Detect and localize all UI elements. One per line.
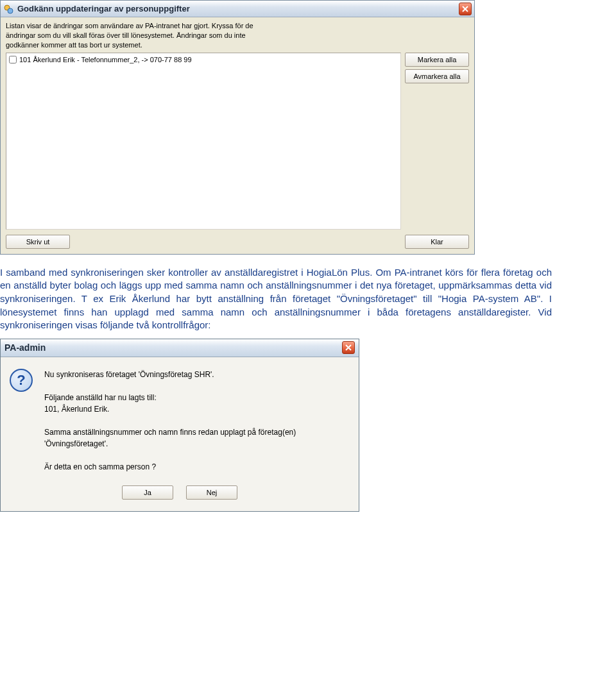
pa-admin-dialog: PA-admin ? Nu synkroniseras företaget 'Ö… xyxy=(0,339,359,512)
dialog2-title: PA-admin xyxy=(4,342,342,353)
close-button[interactable] xyxy=(342,341,355,354)
changes-listbox[interactable]: 101 Åkerlund Erik - Telefonnummer_2, -> … xyxy=(6,53,401,230)
dialog2-titlebar: PA-admin xyxy=(1,339,359,357)
side-buttons: Markera alla Avmarkera alla xyxy=(405,53,469,230)
question-icon: ? xyxy=(10,369,33,392)
mark-all-button[interactable]: Markera alla xyxy=(405,53,469,67)
close-button[interactable] xyxy=(459,3,472,15)
dialog1-title: Godkänn uppdateringar av personuppgifter xyxy=(17,4,459,13)
dialog2-body: ? Nu synkroniseras företaget 'Övningsför… xyxy=(1,357,359,476)
no-button[interactable]: Nej xyxy=(186,485,237,500)
app-icon xyxy=(3,4,13,14)
unmark-all-button[interactable]: Avmarkera alla xyxy=(405,69,469,83)
list-item-label: 101 Åkerlund Erik - Telefonnummer_2, -> … xyxy=(19,56,192,63)
dialog2-buttons: Ja Nej xyxy=(1,476,359,511)
explanatory-paragraph: I samband med synkroniseringen sker kont… xyxy=(0,264,552,339)
dialog2-message: Nu synkroniseras företaget 'Övningsföret… xyxy=(44,369,296,473)
dialog1-bottom-row: Skriv ut Klar xyxy=(6,235,469,249)
instructions-text: Listan visar de ändringar som användare … xyxy=(6,21,469,50)
yes-button[interactable]: Ja xyxy=(122,485,173,500)
print-button[interactable]: Skriv ut xyxy=(6,235,70,249)
done-button[interactable]: Klar xyxy=(405,235,469,249)
dialog1-titlebar: Godkänn uppdateringar av personuppgifter xyxy=(1,1,474,17)
dialog1-body: Listan visar de ändringar som användare … xyxy=(1,17,474,254)
approve-updates-dialog: Godkänn uppdateringar av personuppgifter… xyxy=(0,0,475,255)
list-item-checkbox[interactable] xyxy=(9,56,17,63)
svg-point-1 xyxy=(8,8,13,13)
list-item[interactable]: 101 Åkerlund Erik - Telefonnummer_2, -> … xyxy=(8,55,399,65)
